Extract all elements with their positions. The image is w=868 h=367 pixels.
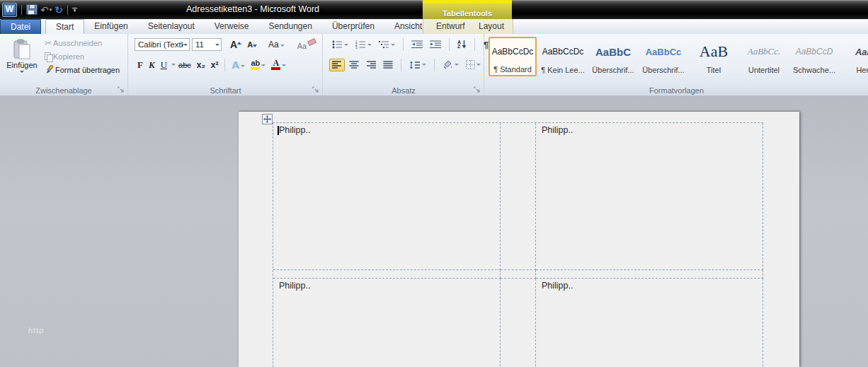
grow-font-button[interactable]: A: [227, 38, 244, 51]
table-spacer-cell[interactable]: [273, 270, 501, 279]
cell-text: Philipp..: [542, 281, 573, 291]
shrink-font-button[interactable]: A: [244, 40, 260, 49]
tab-verweise[interactable]: Verweise: [205, 19, 259, 34]
style-ueberschrift-2[interactable]: AaBbCc Überschrif...: [639, 37, 687, 76]
numbered-list-icon: 123: [355, 40, 366, 49]
clear-formatting-button[interactable]: Aa: [295, 39, 319, 51]
numbering-button[interactable]: 123: [353, 38, 375, 51]
style-label: Überschrif...: [640, 66, 687, 74]
paste-label: Einfügen: [5, 61, 39, 69]
table-spacer-cell[interactable]: [501, 270, 536, 279]
justify-button[interactable]: [380, 59, 396, 71]
table-move-handle[interactable]: [262, 114, 273, 124]
tab-einfuegen[interactable]: Einfügen: [84, 19, 137, 34]
bold-button[interactable]: F: [135, 59, 146, 71]
font-size-combo[interactable]: 11: [192, 38, 222, 51]
font-color-bar: [271, 67, 280, 70]
cut-button[interactable]: ✂ Ausschneiden: [42, 37, 122, 49]
save-button[interactable]: [26, 4, 38, 15]
style-standard[interactable]: AaBbCcDc ¶ Standard: [489, 37, 537, 76]
justify-icon: [383, 61, 393, 69]
separator: [449, 38, 450, 51]
separator: [434, 59, 435, 71]
redo-icon: ↻: [55, 4, 63, 16]
cell-text: Philipp..: [279, 281, 310, 291]
decrease-indent-button[interactable]: [409, 38, 426, 51]
table-cell[interactable]: Philipp..: [536, 123, 763, 270]
document-page[interactable]: Philipp.. Philipp.. Philipp.. Philipp..: [239, 112, 799, 367]
font-color-glyph: A: [273, 59, 279, 66]
separator: [403, 38, 404, 51]
increase-indent-button[interactable]: [427, 38, 444, 51]
text-effects-glyph: A: [232, 59, 239, 71]
dialog-launcher-icon[interactable]: [474, 86, 481, 93]
align-right-button[interactable]: [363, 59, 379, 71]
paste-button[interactable]: Einfügen: [4, 36, 40, 87]
bullets-button[interactable]: [329, 38, 351, 51]
dialog-launcher-icon[interactable]: [118, 86, 125, 93]
tab-ansicht[interactable]: Ansicht: [384, 19, 432, 34]
font-name-combo[interactable]: Calibri (Textk: [135, 38, 190, 51]
sort-button[interactable]: AZ: [455, 38, 469, 51]
style-titel[interactable]: AaB Titel: [690, 37, 738, 76]
customize-qat-button[interactable]: ▼: [72, 8, 77, 12]
tab-datei[interactable]: Datei: [0, 19, 41, 34]
underline-glyph: U: [161, 59, 167, 71]
clear-formatting-glyph: Aa: [297, 42, 307, 50]
italic-button[interactable]: K: [146, 59, 158, 71]
tab-layout[interactable]: Layout: [469, 19, 514, 34]
underline-button[interactable]: U: [158, 59, 170, 71]
dialog-launcher-icon[interactable]: [312, 86, 319, 93]
table-cell[interactable]: Philipp..: [273, 279, 501, 367]
document-area: http Philipp.. Philipp.. Philipp..: [0, 96, 868, 367]
word-logo-icon[interactable]: W: [2, 3, 17, 17]
tab-entwurf[interactable]: Entwurf: [426, 19, 475, 34]
style-schwache-hervorhebung[interactable]: AaBbCcD Schwache...: [790, 37, 838, 76]
table-spacer-cell[interactable]: [501, 279, 536, 367]
tab-sendungen[interactable]: Sendungen: [258, 19, 321, 34]
bullet-list-icon: [332, 40, 343, 49]
cell-text: Philipp..: [279, 125, 310, 135]
subscript-button[interactable]: x₂: [194, 59, 208, 71]
eraser-icon: [307, 38, 316, 46]
change-case-glyph: Aa: [268, 40, 279, 49]
shading-button[interactable]: [440, 58, 462, 71]
text-effects-button[interactable]: A: [229, 58, 248, 71]
format-painter-button[interactable]: Format übertragen: [42, 64, 122, 75]
font-color-button[interactable]: A: [268, 59, 289, 71]
tab-start[interactable]: Start: [45, 19, 84, 34]
align-left-button[interactable]: [329, 59, 345, 71]
ribbon: Einfügen ✂ Ausschneiden Kopieren Format …: [0, 34, 868, 96]
highlight-glyph: ab: [251, 59, 260, 66]
group-label-schriftart: Schriftart: [129, 86, 322, 95]
copy-button[interactable]: Kopieren: [42, 52, 122, 62]
sort-z-glyph: Z: [457, 45, 461, 49]
align-center-button[interactable]: [346, 59, 362, 71]
style-kein-leerraum[interactable]: AaBbCcDc ¶ Kein Lee...: [539, 37, 587, 76]
tab-seitenlayout[interactable]: Seitenlayout: [138, 19, 205, 34]
redo-button[interactable]: ↻: [55, 4, 63, 16]
label-table: Philipp.. Philipp.. Philipp.. Philipp..: [273, 122, 763, 367]
strikethrough-button[interactable]: abc: [176, 60, 194, 70]
subscript-glyph: x₂: [197, 60, 205, 70]
table-cell[interactable]: Philipp..: [273, 123, 501, 270]
change-case-button[interactable]: Aa: [265, 39, 287, 50]
group-schriftart: Calibri (Textk 11 A A Aa Aa F K U abc: [129, 34, 323, 95]
superscript-button[interactable]: x²: [208, 59, 222, 71]
tab-ueberpruefen[interactable]: Überprüfen: [322, 19, 384, 34]
line-spacing-button[interactable]: [406, 59, 429, 71]
borders-button[interactable]: [463, 58, 484, 71]
multilevel-list-button[interactable]: [376, 38, 398, 51]
style-untertitel[interactable]: AaBbCc. Untertitel: [740, 37, 788, 76]
style-ueberschrift-1[interactable]: AaBbC Überschrif...: [589, 37, 637, 76]
style-label: ¶ Kein Lee...: [539, 66, 586, 74]
table-cell[interactable]: Philipp..: [536, 279, 763, 367]
table-spacer-cell[interactable]: [536, 270, 763, 279]
increase-indent-icon: [430, 40, 441, 49]
undo-button[interactable]: ↶▾: [40, 4, 52, 16]
tabellentools-header: Tabellentools: [423, 0, 512, 19]
style-hervorhebung[interactable]: AaB Herv: [840, 37, 868, 76]
italic-glyph: K: [149, 59, 155, 71]
highlight-button[interactable]: ab: [248, 59, 268, 71]
table-spacer-cell[interactable]: [501, 123, 536, 270]
